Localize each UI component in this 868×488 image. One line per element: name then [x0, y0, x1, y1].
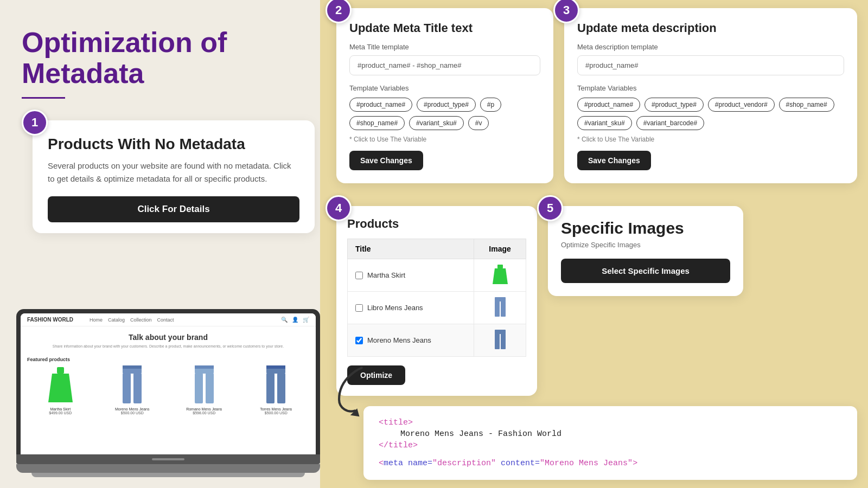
step2-save-button[interactable]: Save Changes	[349, 151, 423, 170]
svg-rect-0	[57, 367, 64, 374]
col-title-header: Title	[348, 239, 474, 259]
svg-rect-16	[495, 297, 506, 301]
step2-vars-grid: #product_name# #product_type# #p #shop_n…	[349, 98, 540, 130]
table-row: Martha Skirt	[348, 259, 526, 292]
svg-rect-4	[133, 373, 142, 403]
step1-card: 1 Products With No Metadata Several prod…	[33, 120, 315, 233]
var-tag[interactable]: #p	[480, 98, 501, 112]
step3-click-hint: * Click to Use The Variable	[577, 136, 844, 143]
list-item: Moreno Mens Jeans $500.00 USD	[99, 364, 166, 415]
step3-badge: 3	[553, 0, 579, 23]
svg-rect-12	[277, 373, 285, 403]
code-block: <title> Moreno Mens Jeans - Fashion Worl…	[363, 406, 857, 480]
svg-marker-15	[493, 268, 508, 284]
laptop-nav: FASHION WORLD Home Catalog Collection Co…	[21, 313, 316, 326]
step2-label: Meta Title template	[349, 43, 540, 51]
code-meta-tag: <	[379, 459, 384, 468]
step3-title: Update meta description	[577, 21, 844, 35]
var-tag[interactable]: #shop_name#	[349, 116, 405, 130]
var-tag[interactable]: #product_name#	[349, 98, 412, 112]
row3-name: Moreno Mens Jeans	[367, 336, 431, 344]
list-item: Romano Mens Jeans $598.00 USD	[171, 364, 238, 415]
step5-title: Specific Images	[561, 219, 730, 237]
laptop-featured-label: Featured products	[21, 354, 316, 364]
step2-input[interactable]	[349, 55, 540, 75]
laptop-foot	[31, 473, 305, 477]
code-close-tag: </title>	[379, 441, 418, 450]
list-item: Torres Mens Jeans $500.00 USD	[243, 364, 310, 415]
var-tag[interactable]: #variant_barcode#	[636, 116, 704, 130]
code-tag: <title>	[379, 418, 413, 427]
svg-rect-18	[501, 301, 506, 317]
step3-vars-label: Template Variables	[577, 84, 844, 92]
table-row: Libro Mens Jeans	[348, 292, 526, 324]
step1-description: Several products on your website are fou…	[48, 159, 299, 185]
svg-rect-7	[195, 373, 203, 403]
laptop-hero: Talk about your brand Share information …	[21, 326, 316, 354]
svg-rect-21	[501, 333, 506, 349]
step2-card: 2 Update Meta Title text Meta Title temp…	[336, 8, 553, 183]
svg-rect-19	[495, 330, 506, 334]
step3-save-button[interactable]: Save Changes	[577, 151, 651, 170]
left-section: Optimization of Metadata 1 Products With…	[0, 0, 336, 488]
var-tag[interactable]: #variant_sku#	[409, 116, 464, 130]
right-section: 2 Update Meta Title text Meta Title temp…	[320, 0, 868, 488]
step3-input[interactable]	[577, 55, 844, 75]
code-title-value: Moreno Mens Jeans	[400, 429, 483, 439]
var-tag[interactable]: #v	[468, 116, 489, 130]
row3-checkbox[interactable]	[355, 337, 363, 344]
var-tag[interactable]: #product_type#	[417, 98, 476, 112]
row2-name: Libro Mens Jeans	[367, 304, 423, 312]
step5-badge: 5	[537, 195, 563, 221]
laptop-hero-title: Talk about your brand	[31, 333, 305, 342]
step4-title: Products	[347, 217, 526, 231]
row1-name: Martha Skirt	[367, 271, 405, 279]
click-details-button[interactable]: Click For Details	[48, 196, 299, 222]
list-item: Martha Skirt $499.00 USD	[27, 364, 94, 415]
step1-title: Products With No Metadata	[48, 136, 299, 153]
svg-rect-13	[266, 365, 285, 369]
laptop-hero-desc: Share information about your brand with …	[31, 344, 305, 349]
svg-rect-20	[495, 333, 500, 349]
products-table: Title Image Martha Skirt	[347, 239, 526, 357]
col-image-header: Image	[474, 239, 526, 259]
var-tag[interactable]: #variant_sku#	[577, 116, 632, 130]
table-row: Moreno Mens Jeans	[348, 324, 526, 357]
select-images-button[interactable]: Select Specific Images	[561, 259, 730, 283]
step4-badge: 4	[326, 195, 352, 221]
laptop-base	[16, 454, 320, 464]
svg-rect-17	[495, 301, 500, 317]
step2-title: Update Meta Title text	[349, 21, 540, 35]
laptop-mockup: FASHION WORLD Home Catalog Collection Co…	[16, 309, 320, 477]
svg-marker-1	[48, 374, 73, 402]
row2-checkbox[interactable]	[355, 304, 363, 312]
step3-card: 3 Update meta description Meta descripti…	[564, 8, 857, 183]
svg-rect-5	[123, 365, 142, 369]
svg-rect-3	[123, 373, 131, 403]
laptop-products-grid: Martha Skirt $499.00 USD	[21, 364, 316, 415]
svg-rect-8	[206, 373, 214, 403]
step5-subtitle: Optimize Specific Images	[561, 241, 730, 249]
svg-rect-9	[195, 365, 214, 369]
step1-badge: 1	[22, 110, 48, 136]
title-underline	[22, 97, 65, 99]
step3-vars-grid: #product_name# #product_type# #product_v…	[577, 98, 844, 130]
var-tag[interactable]: #product_name#	[577, 98, 640, 112]
var-tag[interactable]: #product_type#	[644, 98, 704, 112]
svg-rect-14	[497, 265, 503, 268]
main-title: Optimization of Metadata	[22, 27, 315, 89]
svg-rect-11	[266, 373, 275, 403]
var-tag[interactable]: #product_vendor#	[708, 98, 775, 112]
step2-click-hint: * Click to Use The Variable	[349, 136, 540, 143]
laptop-brand: FASHION WORLD	[27, 317, 73, 323]
step2-badge: 2	[326, 0, 352, 23]
var-tag[interactable]: #shop_name#	[779, 98, 834, 112]
step2-vars-label: Template Variables	[349, 84, 540, 92]
step3-label: Meta description template	[577, 43, 844, 51]
laptop-stand	[16, 464, 320, 473]
row1-checkbox[interactable]	[355, 272, 363, 279]
step5-card: 5 Specific Images Optimize Specific Imag…	[548, 206, 743, 296]
